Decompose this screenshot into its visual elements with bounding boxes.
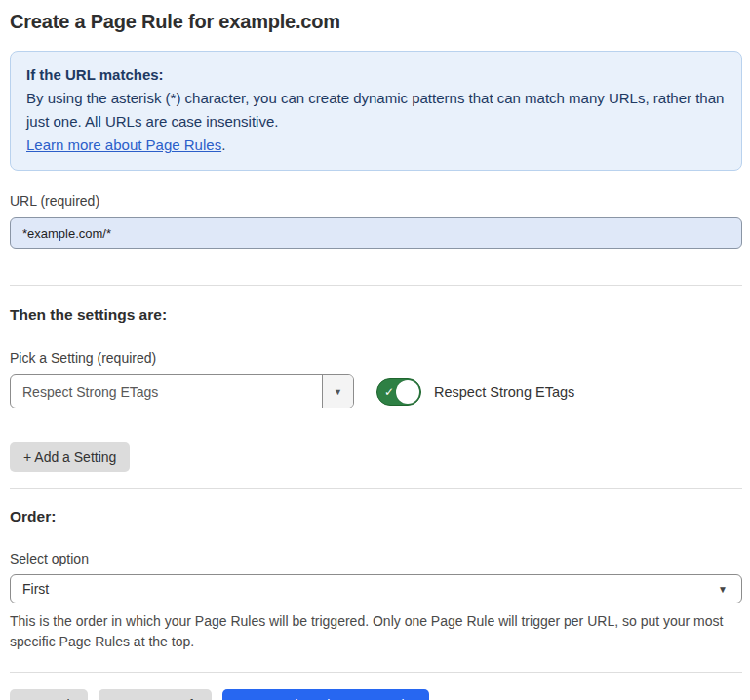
save-and-deploy-button[interactable]: Save and Deploy Page Rule bbox=[222, 689, 429, 700]
add-setting-button[interactable]: + Add a Setting bbox=[10, 442, 130, 472]
order-help-text: This is the order in which your Page Rul… bbox=[10, 611, 742, 652]
save-as-draft-button[interactable]: Save as Draft bbox=[99, 689, 213, 700]
footer-divider bbox=[10, 672, 742, 673]
section-divider bbox=[10, 488, 742, 489]
footer-actions: Cancel Save as Draft Save and Deploy Pag… bbox=[10, 689, 742, 700]
toggle-knob bbox=[396, 380, 419, 404]
info-box-heading: If the URL matches: bbox=[26, 63, 726, 87]
dropdown-arrow-icon: ▼ bbox=[718, 584, 728, 595]
section-divider bbox=[10, 285, 742, 286]
checkmark-icon: ✓ bbox=[384, 386, 394, 398]
learn-more-link[interactable]: Learn more about Page Rules bbox=[26, 136, 221, 153]
link-suffix: . bbox=[221, 136, 225, 153]
settings-section-heading: Then the settings are: bbox=[10, 305, 742, 324]
dropdown-arrow-icon: ▼ bbox=[334, 387, 342, 397]
setting-select[interactable]: Respect Strong ETags ▼ bbox=[10, 374, 354, 408]
url-match-info-box: If the URL matches: By using the asteris… bbox=[10, 51, 742, 171]
setting-select-arrow-button[interactable]: ▼ bbox=[322, 375, 353, 408]
toggle-label: Respect Strong ETags bbox=[434, 384, 574, 400]
pick-setting-label: Pick a Setting (required) bbox=[10, 350, 742, 367]
setting-select-value: Respect Strong ETags bbox=[11, 375, 322, 408]
url-input[interactable] bbox=[10, 217, 742, 249]
order-select[interactable]: First ▼ bbox=[10, 574, 742, 603]
info-box-link-line: Learn more about Page Rules. bbox=[26, 134, 726, 157]
order-select-label: Select option bbox=[10, 551, 742, 567]
page-title: Create a Page Rule for example.com bbox=[10, 10, 742, 33]
setting-toggle[interactable]: ✓ bbox=[376, 378, 421, 406]
page-rule-form: Create a Page Rule for example.com If th… bbox=[0, 10, 750, 700]
setting-row: Respect Strong ETags ▼ ✓ Respect Strong … bbox=[10, 374, 742, 408]
order-select-value: First bbox=[22, 581, 718, 597]
url-field-label: URL (required) bbox=[10, 193, 742, 210]
info-box-body: By using the asterisk (*) character, you… bbox=[26, 87, 726, 134]
order-section-heading: Order: bbox=[10, 507, 742, 525]
cancel-button[interactable]: Cancel bbox=[10, 689, 88, 700]
